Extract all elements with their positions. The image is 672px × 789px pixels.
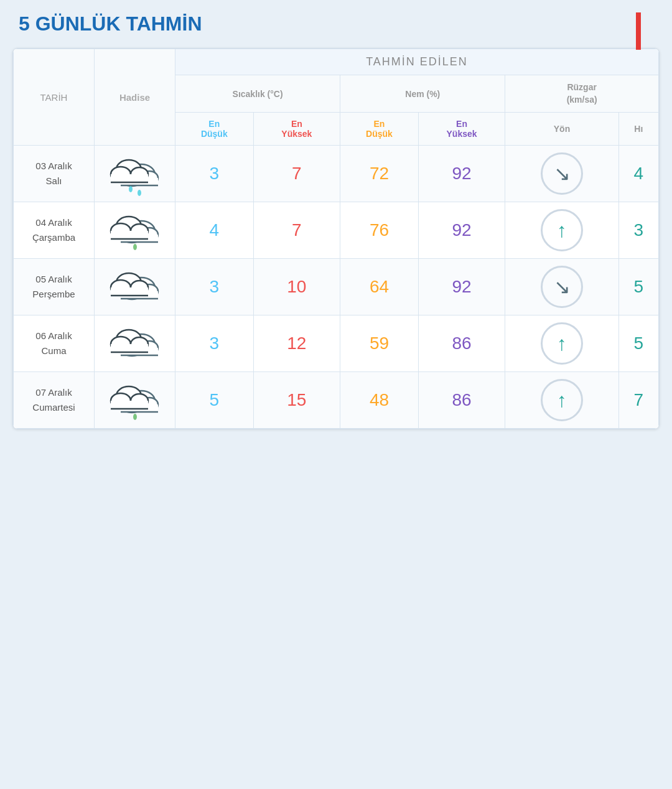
hiz-header: Hı	[618, 113, 658, 146]
temp-high-value: 12	[287, 334, 306, 353]
wind-speed-value: 3	[634, 220, 644, 240]
wind-speed-value: 7	[634, 390, 644, 409]
humidity-low-value: 59	[370, 334, 389, 353]
humidity-low-cell: 48	[340, 372, 419, 429]
date-line1: 03 Aralık	[35, 161, 72, 171]
date-line2: Perşembe	[32, 289, 75, 299]
hadise-header: Hadise	[95, 49, 175, 146]
temp-high-value: 7	[292, 220, 302, 240]
temp-high-cell: 15	[253, 372, 340, 429]
wind-direction-circle: ↑	[541, 209, 583, 251]
temp-high-value: 10	[287, 277, 306, 296]
table-row: 03 Aralık Salı 3 7 72	[14, 146, 659, 202]
date-line2: Cuma	[41, 345, 66, 356]
humidity-high-cell: 92	[418, 146, 505, 202]
humidity-low-cell: 59	[340, 315, 419, 372]
cloud-icon	[107, 322, 163, 365]
date-cell: 04 Aralık Çarşamba	[14, 202, 95, 259]
weather-icon-cell	[95, 146, 175, 202]
temp-low-cell: 4	[175, 202, 254, 259]
yon-header: Yön	[505, 113, 618, 146]
humidity-high-value: 86	[452, 390, 471, 409]
date-line2: Cumartesi	[32, 402, 75, 413]
nem-yuksek-header: EnYüksek	[418, 113, 505, 146]
wind-direction-circle: ↑	[541, 322, 583, 365]
wind-direction-circle: ↘	[541, 152, 583, 195]
wind-direction-cell: ↑	[505, 315, 618, 372]
svg-rect-20	[111, 231, 148, 239]
wind-direction-cell: ↑	[505, 202, 618, 259]
humidity-high-value: 92	[452, 277, 471, 296]
wind-speed-cell: 7	[618, 372, 658, 429]
wind-speed-cell: 4	[618, 146, 658, 202]
wind-direction-circle: ↑	[541, 379, 583, 421]
temp-low-cell: 3	[175, 259, 254, 315]
humidity-low-value: 48	[370, 390, 389, 409]
svg-rect-31	[111, 287, 148, 296]
sicak-dusuk-header: EnDüşük	[175, 113, 254, 146]
humidity-high-value: 92	[452, 164, 471, 183]
date-line1: 04 Aralık	[35, 217, 72, 228]
humidity-low-cell: 64	[340, 259, 419, 315]
forecast-table-wrapper: TARİH Hadise TAHMİN EDİLEN Sıcaklık (°C)…	[12, 48, 660, 429]
humidity-high-value: 92	[452, 220, 471, 240]
temp-low-value: 3	[209, 164, 219, 183]
wind-speed-value: 4	[634, 164, 644, 183]
date-cell: 03 Aralık Salı	[14, 146, 95, 202]
temp-low-value: 3	[209, 277, 219, 296]
temp-high-value: 7	[292, 164, 302, 183]
wind-direction-cell: ↑	[505, 372, 618, 429]
temp-low-value: 4	[209, 220, 219, 240]
date-line2: Salı	[46, 175, 62, 186]
temp-low-value: 5	[209, 390, 219, 409]
svg-rect-8	[111, 174, 148, 182]
temp-high-cell: 12	[253, 315, 340, 372]
sicak-yuksek-header: EnYüksek	[253, 113, 340, 146]
weather-icon-cell	[95, 259, 175, 315]
wind-speed-value: 5	[634, 277, 644, 296]
svg-point-10	[129, 186, 133, 192]
wind-speed-cell: 5	[618, 259, 658, 315]
humidity-low-value: 72	[370, 164, 389, 183]
humidity-high-cell: 92	[418, 259, 505, 315]
temp-high-cell: 7	[253, 146, 340, 202]
cloud-icon	[107, 378, 163, 422]
temp-low-cell: 3	[175, 315, 254, 372]
svg-point-11	[138, 190, 141, 196]
humidity-high-cell: 86	[418, 315, 505, 372]
humidity-low-value: 76	[370, 220, 389, 240]
forecast-table: TARİH Hadise TAHMİN EDİLEN Sıcaklık (°C)…	[13, 49, 659, 429]
humidity-high-cell: 92	[418, 202, 505, 259]
wind-speed-cell: 5	[618, 315, 658, 372]
temp-low-value: 3	[209, 334, 219, 353]
table-row: 04 Aralık Çarşamba 4 7 76	[14, 202, 659, 259]
weather-icon-cell	[95, 202, 175, 259]
temp-high-cell: 10	[253, 259, 340, 315]
sicaklik-header: Sıcaklık (°C)	[175, 75, 340, 113]
temp-low-cell: 3	[175, 146, 254, 202]
wind-direction-cell: ↘	[505, 146, 618, 202]
cloud-icon	[107, 265, 163, 309]
nem-header: Nem (%)	[340, 75, 505, 113]
temp-high-cell: 7	[253, 202, 340, 259]
temp-low-cell: 5	[175, 372, 254, 429]
date-line1: 06 Aralık	[35, 330, 72, 341]
date-line2: Çarşamba	[32, 232, 75, 243]
wind-speed-value: 5	[634, 334, 644, 353]
cloud-icon	[107, 152, 163, 195]
date-line1: 05 Aralık	[35, 274, 72, 284]
humidity-high-value: 86	[452, 334, 471, 353]
cloud-icon	[107, 208, 163, 252]
wind-direction-circle: ↘	[541, 266, 583, 308]
tahmin-edilen-header: TAHMİN EDİLEN	[175, 49, 659, 75]
humidity-low-value: 64	[370, 277, 389, 296]
weather-icon-cell	[95, 372, 175, 429]
humidity-high-cell: 86	[418, 372, 505, 429]
page-title: 5 GÜNLÜK TAHMİN	[12, 12, 660, 35]
svg-rect-41	[111, 344, 148, 352]
humidity-low-cell: 76	[340, 202, 419, 259]
table-row: 06 Aralık Cuma 3 12 59 86	[14, 315, 659, 372]
date-cell: 06 Aralık Cuma	[14, 315, 95, 372]
date-cell: 05 Aralık Perşembe	[14, 259, 95, 315]
table-row: 05 Aralık Perşembe 3 10 64 92	[14, 259, 659, 315]
